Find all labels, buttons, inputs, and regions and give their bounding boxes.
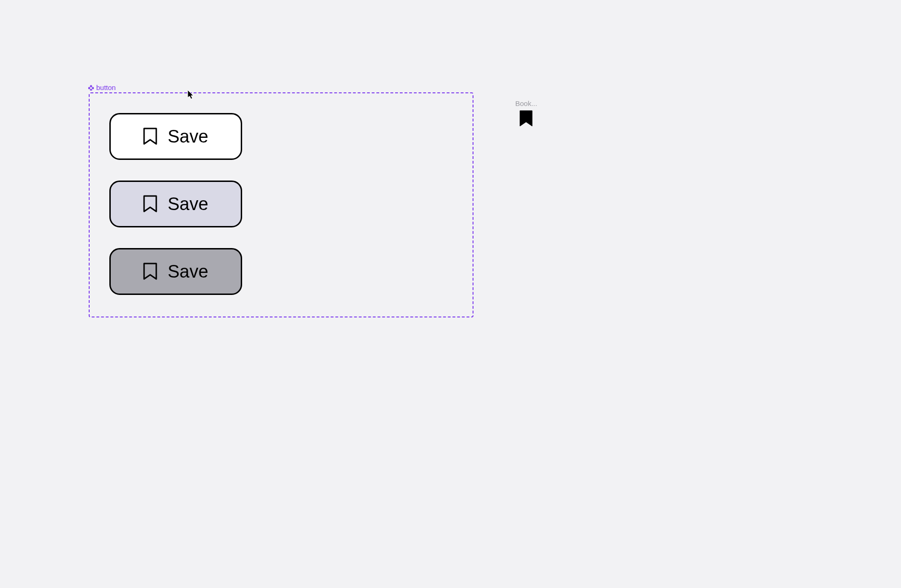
svg-rect-2 <box>88 87 91 90</box>
asset-label: Book... <box>515 99 537 107</box>
save-button-default[interactable]: Save <box>109 113 242 160</box>
button-label: Save <box>168 194 208 214</box>
component-label-text: button <box>96 83 116 91</box>
bookmark-icon <box>143 263 157 280</box>
svg-rect-3 <box>92 87 94 90</box>
bookmark-icon <box>519 110 533 127</box>
svg-rect-1 <box>90 89 92 90</box>
asset-bookmark[interactable]: Book... <box>515 99 537 127</box>
component-variant-frame[interactable]: Save Save Save <box>89 92 473 317</box>
cursor-icon <box>188 90 195 99</box>
button-label: Save <box>168 262 208 282</box>
save-button-hover[interactable]: Save <box>109 181 242 227</box>
component-label[interactable]: button <box>88 83 116 91</box>
bookmark-icon <box>143 128 157 145</box>
component-variant-icon <box>88 85 94 90</box>
svg-rect-0 <box>90 85 92 88</box>
bookmark-icon <box>143 195 157 213</box>
button-label: Save <box>168 127 208 147</box>
save-button-active[interactable]: Save <box>109 248 242 295</box>
